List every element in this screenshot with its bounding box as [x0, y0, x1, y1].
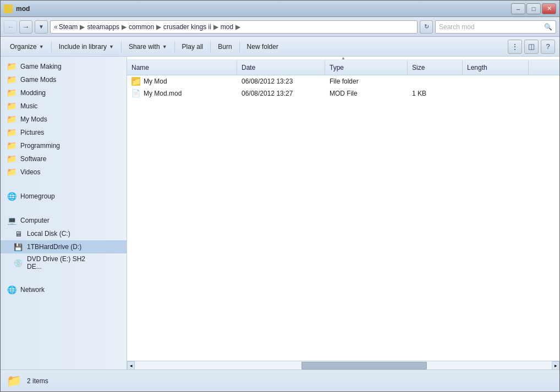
sidebar-label-modding: Modding: [20, 89, 46, 97]
maximize-button[interactable]: □: [526, 3, 541, 14]
file-name-cell: 📄 My Mod.mod: [127, 87, 237, 99]
recent-button[interactable]: ▼: [35, 20, 48, 34]
sidebar-item-videos[interactable]: 📁 Videos: [1, 165, 127, 179]
col-header-length[interactable]: Length: [463, 60, 529, 75]
main-window: mod – □ ✕ ← → ▼ « Steam ▶ steamapps ▶ co…: [0, 0, 560, 392]
new-folder-button[interactable]: New folder: [242, 40, 283, 54]
sidebar-item-local-disk[interactable]: 🖥 Local Disk (C:): [1, 227, 127, 240]
file-date: 06/08/2012 13:23: [241, 78, 293, 85]
file-date-cell: 06/08/2012 13:23: [237, 75, 325, 87]
breadcrumb-item: « Steam ▶ steamapps ▶ common ▶ crusader …: [54, 23, 241, 31]
folder-icon: 📁: [6, 75, 17, 85]
file-length-cell: [463, 75, 529, 87]
forward-button[interactable]: →: [19, 20, 32, 34]
dvd-icon: 💿: [13, 258, 24, 268]
search-icon: 🔍: [544, 23, 552, 31]
file-length-cell: [463, 87, 529, 99]
toolbar-separator: [51, 41, 52, 52]
search-placeholder: Search mod: [439, 23, 475, 31]
file-date-cell: 06/08/2012 13:27: [237, 87, 325, 99]
sidebar-item-game-making[interactable]: 📁 Game Making: [1, 60, 127, 73]
sidebar-label-game-mods: Game Mods: [20, 76, 56, 84]
help-button[interactable]: ?: [541, 40, 555, 54]
folder-icon: 📁: [6, 167, 17, 177]
window-title: mod: [16, 5, 30, 13]
toolbar: Organize ▼ Include in library ▼ Share wi…: [1, 37, 559, 57]
view-button[interactable]: ⋮: [508, 40, 522, 54]
title-bar-buttons: – □ ✕: [511, 3, 556, 14]
sidebar: 📁 Game Making 📁 Game Mods 📁 Modding 📁 Mu…: [1, 57, 127, 369]
sidebar-item-game-mods[interactable]: 📁 Game Mods: [1, 73, 127, 86]
sidebar-item-computer[interactable]: 💻 Computer: [1, 214, 127, 227]
drive-c-icon: 🖥: [13, 229, 24, 239]
col-header-date[interactable]: Date: [237, 60, 325, 75]
file-name: My Mod.mod: [144, 90, 182, 97]
back-button[interactable]: ←: [4, 20, 17, 34]
organize-arrow: ▼: [39, 44, 44, 49]
view-toggle-button[interactable]: ◫: [524, 40, 539, 54]
address-bar: ← → ▼ « Steam ▶ steamapps ▶ common ▶ cru…: [1, 17, 559, 37]
toolbar-separator-5: [239, 41, 240, 52]
col-header-type[interactable]: Type: [325, 60, 408, 75]
sidebar-item-dvd-drive[interactable]: 💿 DVD Drive (E:) SH2 DE...: [1, 253, 127, 272]
title-bar: mod – □ ✕: [1, 1, 559, 17]
sidebar-spacer-2: [1, 203, 127, 214]
sidebar-label-network: Network: [20, 286, 45, 294]
close-button[interactable]: ✕: [542, 3, 556, 14]
file-name: My Mod: [144, 78, 167, 85]
horizontal-scrollbar: ◂ ▸: [127, 361, 559, 369]
sidebar-item-hard-drive[interactable]: 💾 1TBHardDrive (D:): [1, 240, 127, 253]
sidebar-label-computer: Computer: [20, 217, 50, 224]
scroll-thumb[interactable]: [301, 362, 426, 369]
file-list-panel: ▲ Name Date Type Size Length: [127, 57, 559, 369]
scroll-left-button[interactable]: ◂: [127, 361, 135, 370]
breadcrumb[interactable]: « Steam ▶ steamapps ▶ common ▶ crusader …: [50, 20, 418, 34]
scroll-right-button[interactable]: ▸: [552, 361, 559, 370]
sidebar-item-network[interactable]: 🌐 Network: [1, 283, 127, 296]
folder-icon: 📁: [131, 77, 140, 86]
sidebar-item-software[interactable]: 📁 Software: [1, 152, 127, 165]
col-header-size[interactable]: Size: [408, 60, 463, 75]
sidebar-item-modding[interactable]: 📁 Modding: [1, 86, 127, 100]
sidebar-label-hard-drive: 1TBHardDrive (D:): [27, 243, 81, 251]
include-arrow: ▼: [109, 44, 114, 49]
play-all-button[interactable]: Play all: [177, 40, 208, 54]
sidebar-item-my-mods[interactable]: 📁 My Mods: [1, 113, 127, 126]
share-arrow: ▼: [162, 44, 167, 49]
include-library-button[interactable]: Include in library ▼: [54, 40, 119, 54]
toolbar-separator-2: [121, 41, 122, 52]
search-box[interactable]: Search mod 🔍: [435, 20, 556, 34]
sidebar-label-videos: Videos: [20, 168, 40, 176]
status-folder-icon: 📁: [6, 373, 21, 389]
sidebar-label-software: Software: [20, 155, 46, 163]
sidebar-item-homegroup[interactable]: 🌐 Homegroup: [1, 190, 127, 203]
sidebar-label-homegroup: Homegroup: [20, 192, 55, 200]
network-icon: 🌐: [6, 285, 17, 295]
file-type-cell: File folder: [325, 75, 408, 87]
minimize-button[interactable]: –: [511, 3, 525, 14]
burn-button[interactable]: Burn: [213, 40, 237, 54]
status-item-count: 2 items: [27, 377, 48, 385]
computer-icon: 💻: [6, 216, 17, 225]
sidebar-scroll[interactable]: 📁 Game Making 📁 Game Mods 📁 Modding 📁 Mu…: [1, 57, 127, 369]
sidebar-item-programming[interactable]: 📁 Programming: [1, 139, 127, 152]
organize-button[interactable]: Organize ▼: [5, 40, 49, 54]
sidebar-item-pictures[interactable]: 📁 Pictures: [1, 126, 127, 139]
sidebar-spacer: [1, 179, 127, 190]
file-size-cell: 1 KB: [408, 87, 463, 99]
toolbar-separator-3: [174, 41, 175, 52]
share-with-button[interactable]: Share with ▼: [124, 40, 172, 54]
folder-icon: 📁: [6, 101, 17, 111]
toolbar-separator-4: [210, 41, 211, 52]
table-row[interactable]: 📄 My Mod.mod 06/08/2012 13:27 MOD File 1…: [127, 87, 559, 100]
column-headers: Name Date Type Size Length: [127, 60, 559, 75]
file-name-cell: 📁 My Mod: [127, 75, 237, 87]
table-row[interactable]: 📁 My Mod 06/08/2012 13:23 File folder: [127, 75, 559, 87]
file-rows: 📁 My Mod 06/08/2012 13:23 File folder: [127, 75, 559, 361]
col-header-name[interactable]: Name: [127, 60, 237, 75]
sidebar-label-local-disk: Local Disk (C:): [27, 230, 70, 238]
sidebar-item-music[interactable]: 📁 Music: [1, 100, 127, 113]
mod-file-icon: 📄: [131, 89, 140, 98]
refresh-button[interactable]: ↻: [420, 20, 433, 34]
sidebar-label-game-making: Game Making: [20, 63, 62, 70]
